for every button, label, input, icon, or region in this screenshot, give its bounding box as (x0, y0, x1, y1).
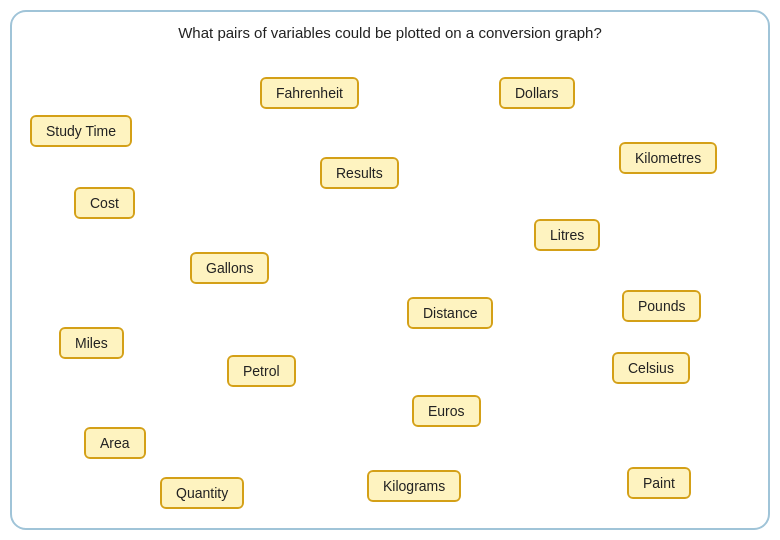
question-text: What pairs of variables could be plotted… (12, 24, 768, 41)
tag-study-time[interactable]: Study Time (30, 115, 132, 147)
tag-litres[interactable]: Litres (534, 219, 600, 251)
tag-petrol[interactable]: Petrol (227, 355, 296, 387)
tag-pounds[interactable]: Pounds (622, 290, 701, 322)
tag-miles[interactable]: Miles (59, 327, 124, 359)
tag-cost[interactable]: Cost (74, 187, 135, 219)
tag-gallons[interactable]: Gallons (190, 252, 269, 284)
tag-dollars[interactable]: Dollars (499, 77, 575, 109)
tag-kilograms[interactable]: Kilograms (367, 470, 461, 502)
tag-euros[interactable]: Euros (412, 395, 481, 427)
tag-paint[interactable]: Paint (627, 467, 691, 499)
tag-kilometres[interactable]: Kilometres (619, 142, 717, 174)
tag-results[interactable]: Results (320, 157, 399, 189)
tag-quantity[interactable]: Quantity (160, 477, 244, 509)
tag-area[interactable]: Area (84, 427, 146, 459)
main-canvas: What pairs of variables could be plotted… (10, 10, 770, 530)
tag-celsius[interactable]: Celsius (612, 352, 690, 384)
tag-distance[interactable]: Distance (407, 297, 493, 329)
tag-fahrenheit[interactable]: Fahrenheit (260, 77, 359, 109)
